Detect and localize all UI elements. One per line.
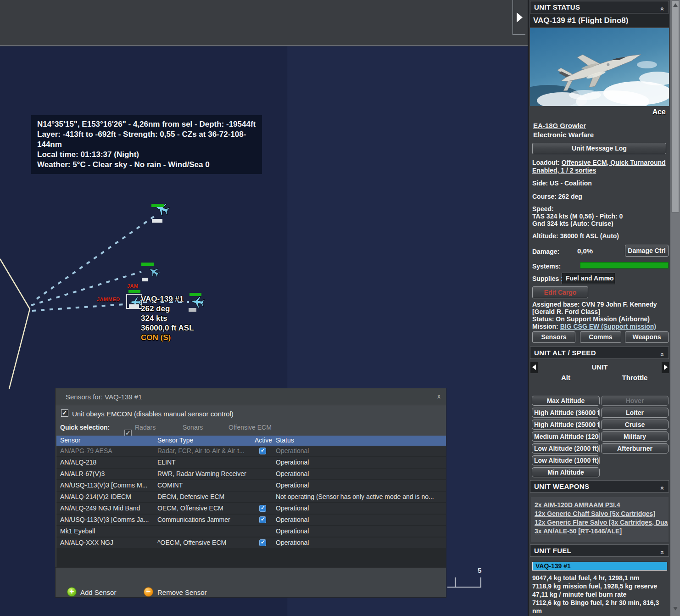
- cell-status: Operational: [276, 482, 443, 489]
- unit-status-sidebar: UNIT STATUS « VAQ-139 #1 (Flight Dino8): [528, 0, 680, 616]
- ace-badge: Ace: [530, 108, 666, 116]
- add-sensor-button[interactable]: Add Sensor: [80, 588, 116, 596]
- remove-icon[interactable]: [144, 587, 153, 597]
- active-checkbox[interactable]: [259, 505, 266, 512]
- aircraft-icon-wingman[interactable]: [147, 265, 161, 279]
- quick-selection-label: Quick selection:: [60, 424, 110, 431]
- expand-right-icon: [517, 12, 523, 22]
- unit-alt-speed-header[interactable]: UNIT ALT / SPEED «: [530, 347, 669, 359]
- carousel-left-button[interactable]: [530, 362, 538, 373]
- top-toolbar-collapsed: [0, 0, 528, 46]
- weapon-link[interactable]: 3x AN/ALE-50 [RT-1646/ALE]: [535, 527, 669, 536]
- emcon-checkbox[interactable]: [61, 409, 68, 417]
- unit-datablock: VAQ-139 #1 262 deg 324 kts 36000,0 ft AS…: [141, 294, 194, 342]
- damage-ctrl-button[interactable]: Damage Ctrl: [625, 245, 669, 257]
- cell-type: ELINT: [157, 459, 251, 466]
- unit-status-header-label: UNIT STATUS: [534, 3, 580, 11]
- table-row[interactable]: Mk1 Eyeball Operational: [56, 526, 446, 537]
- tooltip-layer-line: Layer: -413ft to -692ft - Strength: 0,55…: [37, 129, 256, 150]
- weapons-button[interactable]: Weapons: [625, 331, 669, 343]
- sensors-button[interactable]: Sensors: [532, 331, 575, 343]
- emcon-label: Unit obeys EMCON (disables manual sensor…: [72, 410, 234, 418]
- scrollbar-thumb[interactable]: [671, 0, 679, 213]
- fuel-selected-unit[interactable]: VAQ-139 #1: [532, 562, 667, 571]
- collapse-chevron-icon[interactable]: «: [657, 486, 669, 490]
- collapse-chevron-icon[interactable]: «: [657, 550, 669, 554]
- health-bar: [128, 290, 140, 293]
- unit-type-link[interactable]: EA-18G Growler: [533, 122, 586, 129]
- high-altitude-25000-button[interactable]: High Altitude (25000 ft): [532, 420, 600, 430]
- afterburner-throttle-button[interactable]: Afterburner: [601, 443, 669, 454]
- table-row[interactable]: AN/ALR-67(V)3 RWR, Radar Warning Receive…: [56, 469, 446, 479]
- tooltip-position-line: N14°35'15", E153°16'26" - 4,26nm from se…: [37, 119, 256, 129]
- fuel-burnrate-line: 47,11 kg / minute fuel burn rate: [532, 590, 669, 599]
- edit-cargo-button[interactable]: Edit Cargo: [532, 286, 588, 298]
- health-bar: [141, 263, 154, 266]
- high-altitude-36000-button[interactable]: High Altitude (36000 ft): [532, 408, 600, 418]
- cell-type: RWR, Radar Warning Receiver: [157, 470, 251, 477]
- cell-status: Operational: [276, 504, 443, 512]
- loiter-throttle-button[interactable]: Loiter: [601, 408, 669, 418]
- table-row[interactable]: AN/ALQ-249 NGJ Mid Band OECM, Offensive …: [56, 503, 446, 514]
- scrollbar-down-icon[interactable]: [673, 607, 678, 610]
- add-icon[interactable]: [67, 587, 77, 597]
- app-window: N14°35'15", E153°16'26" - 4,26nm from se…: [0, 0, 680, 616]
- collapse-chevron-icon[interactable]: «: [657, 7, 669, 11]
- military-throttle-button[interactable]: Military: [601, 431, 669, 442]
- table-row[interactable]: AN/USQ-113(V)3 [Comms Ja... Communicatio…: [56, 515, 446, 525]
- active-checkbox[interactable]: [259, 539, 266, 546]
- mission-line: Mission: BIG CSG EW (Support mission): [532, 323, 656, 330]
- cell-type: Radar, FCR, Air-to-Air & Air-t...: [157, 447, 251, 454]
- unit-weapons-header[interactable]: UNIT WEAPONS «: [530, 480, 669, 493]
- aircraft-icon-flight-lead[interactable]: [153, 201, 171, 217]
- zone-boundary-line: [0, 259, 30, 389]
- scrollbar-up-icon[interactable]: [673, 3, 678, 7]
- status-bar: [129, 304, 139, 308]
- map-scale-label: 5: [478, 566, 481, 574]
- unit-message-log-button[interactable]: Unit Message Log: [532, 143, 666, 154]
- jam-indicator: JAM: [127, 283, 139, 289]
- table-row[interactable]: AN/APG-79 AESA Radar, FCR, Air-to-Air & …: [56, 446, 446, 456]
- status-bar: [142, 278, 148, 281]
- unit-fuel-header[interactable]: UNIT FUEL «: [530, 544, 669, 557]
- weapon-link[interactable]: 2x AIM-120D AMRAAM P3I.4: [535, 501, 669, 510]
- min-altitude-button[interactable]: Min Altitude: [532, 467, 600, 477]
- unit-title: VAQ-139 #1 (Flight Dino8): [530, 14, 669, 27]
- expand-panel-button[interactable]: [513, 0, 525, 35]
- remove-sensor-button[interactable]: Remove Sensor: [157, 588, 207, 596]
- active-checkbox[interactable]: [259, 448, 266, 454]
- supplies-dropdown[interactable]: Fuel and Ammo: [562, 273, 615, 284]
- weapon-link[interactable]: 12x Generic Chaff Salvo [5x Cartridges]: [535, 510, 669, 518]
- assigned-base-line2: [Gerald R. Ford Class]: [532, 308, 600, 315]
- unit-weapons-header-label: UNIT WEAPONS: [534, 482, 589, 490]
- weapon-link[interactable]: 12x Generic Flare Salvo [3x Cartridges, …: [535, 518, 669, 527]
- low-altitude-1000-button[interactable]: Low Altitude (1000 ft): [532, 455, 600, 465]
- close-icon[interactable]: x: [437, 388, 440, 405]
- medium-altitude-button[interactable]: Medium Altitude (12000 ft): [532, 431, 600, 442]
- comms-button[interactable]: Comms: [580, 331, 621, 343]
- dialog-footer: Add Sensor Remove Sensor: [56, 567, 446, 597]
- loadout-block: Loadout: Offensive ECM, Quick Turnaround…: [532, 159, 667, 174]
- table-row[interactable]: AN/ALQ-214(V)2 IDECM DECM, Defensive ECM…: [56, 492, 446, 502]
- active-checkbox[interactable]: [259, 516, 266, 523]
- cell-status: Operational: [276, 470, 443, 477]
- table-row[interactable]: AN/ALQ-XXX NGJ ^OECM, Offensive ECM Oper…: [56, 538, 446, 548]
- collapse-chevron-icon[interactable]: «: [657, 353, 669, 357]
- low-altitude-2000-button[interactable]: Low Altitude (2000 ft): [532, 443, 600, 454]
- cruise-throttle-button[interactable]: Cruise: [601, 420, 669, 430]
- systems-health-bar: [580, 262, 669, 269]
- cell-type: OECM, Offensive ECM: [157, 504, 251, 512]
- max-altitude-button[interactable]: Max Altitude: [532, 396, 600, 406]
- mission-link[interactable]: BIG CSG EW (Support mission): [560, 323, 656, 330]
- unit-status-header[interactable]: UNIT STATUS «: [530, 1, 669, 13]
- sensors-dialog: Sensors for: VAQ-139 #1 x Unit obeys EMC…: [55, 388, 446, 598]
- table-row[interactable]: AN/USQ-113(V)3 [Comms M... COMINT Operat…: [56, 480, 446, 491]
- col-active: Active: [255, 437, 272, 444]
- speed-gnd: Gnd 324 kts (Auto: Cruise): [532, 220, 613, 227]
- unit-course-label: 262 deg: [141, 304, 194, 314]
- col-sensor-type: Sensor Type: [157, 437, 193, 444]
- damage-value: 0,0%: [577, 247, 593, 255]
- table-row[interactable]: AN/ALQ-218 ELINT Operational: [56, 457, 446, 468]
- fuel-mission-line: 7118,9 kg mission fuel, 1928,5 kg reserv…: [532, 582, 669, 590]
- carousel-right-button[interactable]: [662, 362, 669, 373]
